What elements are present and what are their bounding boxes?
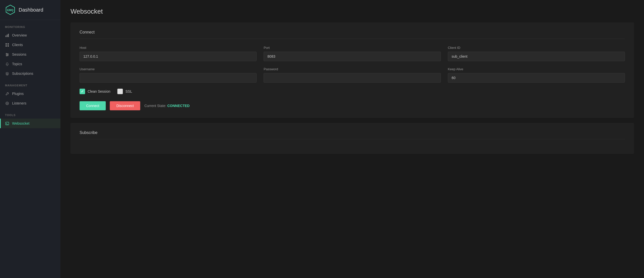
sidebar-item-topics[interactable]: Topics [0, 59, 60, 69]
host-label: Host [80, 46, 257, 50]
keep-alive-input[interactable] [448, 73, 625, 83]
keep-alive-group: Keep Alive [448, 67, 625, 83]
port-group: Port [264, 46, 441, 61]
grid-icon [5, 43, 9, 47]
sidebar-item-topics-label: Topics [12, 62, 22, 66]
svg-rect-3 [7, 34, 8, 37]
sidebar-item-subscriptions[interactable]: Subscriptions [0, 69, 60, 78]
checkmark-icon: ✓ [81, 89, 84, 93]
sidebar-item-overview[interactable]: Overview [0, 30, 60, 40]
subscribe-card-title: Subscribe [80, 130, 625, 139]
sidebar-item-plugins-label: Plugins [12, 92, 24, 96]
sidebar-item-sessions-label: Sessions [12, 52, 26, 56]
terminal-icon [5, 121, 9, 125]
current-state-label: Current State: [144, 104, 166, 108]
sidebar-item-websocket[interactable]: Websocket [0, 119, 60, 128]
svg-rect-6 [8, 43, 9, 45]
layers-icon [5, 72, 9, 76]
main-content: Websocket Connect Host Port Client ID Us… [60, 0, 644, 278]
ssl-label: SSL [125, 89, 132, 93]
bar-chart-icon [5, 33, 9, 37]
svg-rect-5 [6, 43, 7, 45]
svg-point-13 [7, 54, 8, 55]
disconnect-button[interactable]: Disconnect [110, 101, 140, 110]
svg-rect-4 [8, 34, 9, 37]
port-label: Port [264, 46, 441, 50]
emq-logo-icon: EMQ [5, 5, 16, 15]
sidebar-item-websocket-label: Websocket [12, 121, 29, 125]
sidebar-item-clients[interactable]: Clients [0, 40, 60, 50]
connect-card-title: Connect [80, 30, 625, 39]
ssl-checkbox-item[interactable]: SSL [117, 89, 132, 94]
host-group: Host [80, 46, 257, 61]
svg-rect-7 [6, 45, 7, 47]
button-row: Connect Disconnect Current State: CONNEC… [80, 101, 625, 110]
monitoring-section-label: MONITORING [0, 20, 60, 30]
sidebar-item-clients-label: Clients [12, 43, 23, 47]
form-row-1: Host Port Client ID [80, 46, 625, 61]
username-input[interactable] [80, 73, 257, 83]
ssl-checkbox[interactable] [117, 89, 123, 94]
sidebar-logo: EMQ Dashboard [0, 0, 60, 20]
username-label: Username [80, 67, 257, 71]
svg-marker-15 [6, 72, 9, 74]
sidebar-item-overview-label: Overview [12, 33, 27, 37]
password-group: Password [264, 67, 441, 83]
sidebar: EMQ Dashboard MONITORING Overview Client… [0, 0, 60, 278]
page-title: Websocket [70, 8, 634, 15]
checkbox-row: ✓ Clean Session SSL [80, 89, 625, 94]
sidebar-item-plugins[interactable]: Plugins [0, 89, 60, 98]
svg-rect-8 [8, 45, 9, 47]
sidebar-item-listeners-label: Listeners [12, 101, 26, 105]
connect-button[interactable]: Connect [80, 101, 106, 110]
svg-rect-2 [6, 36, 6, 37]
client-id-group: Client ID [448, 46, 625, 61]
svg-text:EMQ: EMQ [7, 9, 14, 12]
clean-session-label: Clean Session [88, 89, 110, 93]
management-section-label: MANAGEMENT [0, 78, 60, 89]
sidebar-item-sessions[interactable]: Sessions [0, 50, 60, 59]
bell-icon [5, 62, 9, 66]
app-title: Dashboard [19, 7, 43, 13]
svg-point-17 [7, 103, 8, 104]
username-group: Username [80, 67, 257, 83]
svg-point-12 [6, 53, 7, 54]
subscribe-card: Subscribe [70, 123, 634, 154]
client-id-label: Client ID [448, 46, 625, 50]
password-input[interactable] [264, 73, 441, 83]
current-state-value: CONNECTED [167, 104, 190, 108]
sidebar-item-listeners[interactable]: Listeners [0, 98, 60, 108]
client-id-input[interactable] [448, 52, 625, 61]
form-row-2: Username Password Keep Alive [80, 67, 625, 83]
host-input[interactable] [80, 52, 257, 61]
wrench-icon [5, 92, 9, 96]
sliders-icon [5, 52, 9, 56]
port-input[interactable] [264, 52, 441, 61]
keep-alive-label: Keep Alive [448, 67, 625, 71]
connect-card: Connect Host Port Client ID Username [70, 22, 634, 118]
sidebar-item-subscriptions-label: Subscriptions [12, 72, 33, 76]
svg-rect-18 [6, 122, 9, 125]
svg-point-14 [6, 55, 7, 56]
clean-session-checkbox-item[interactable]: ✓ Clean Session [80, 89, 110, 94]
circle-icon [5, 101, 9, 105]
tools-section-label: TOOLS [0, 108, 60, 119]
clean-session-checkbox[interactable]: ✓ [80, 89, 85, 94]
current-state: Current State: CONNECTED [144, 104, 190, 108]
password-label: Password [264, 67, 441, 71]
svg-point-16 [6, 102, 9, 105]
